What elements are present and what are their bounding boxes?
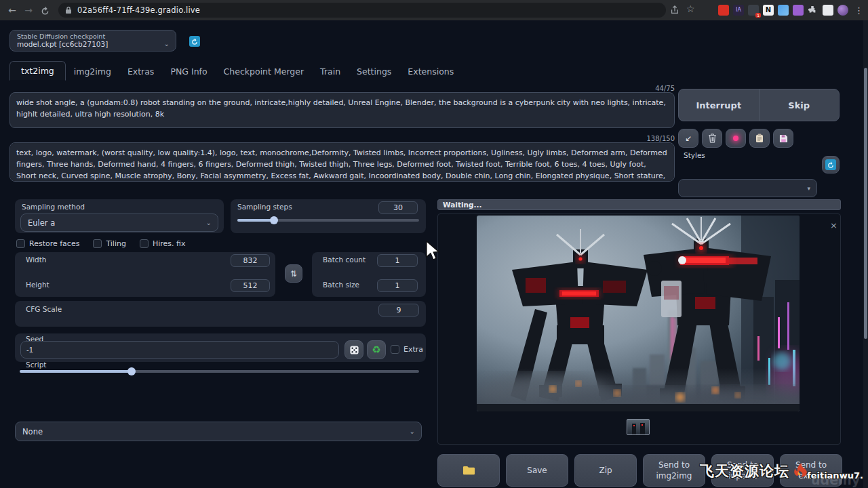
script-value: None	[22, 427, 43, 436]
save-style-button[interactable]	[773, 129, 793, 148]
sampling-steps-group: Sampling steps 30	[231, 199, 426, 233]
batch-size-label: Batch size	[323, 281, 359, 289]
refresh-styles-button[interactable]	[822, 156, 840, 174]
batch-count-input[interactable]: 1	[377, 254, 418, 267]
prompt-tools: ↙	[678, 129, 793, 148]
clipboard-icon	[755, 134, 764, 143]
cfg-scale-input[interactable]: 9	[378, 304, 419, 317]
sampling-method-group: Sampling method Euler a ⌄	[15, 199, 224, 233]
browser-toolbar: ← → 02a56ff4-71ff-439e.gradio.live ☆ IA …	[0, 0, 868, 20]
cfg-scale-slider[interactable]	[20, 370, 419, 373]
width-input[interactable]: 832	[231, 254, 270, 267]
tab-img2img[interactable]: img2img	[66, 62, 119, 81]
progress-text: Waiting...	[443, 201, 481, 209]
apply-styles-button[interactable]	[749, 129, 770, 148]
tab-settings[interactable]: Settings	[349, 62, 399, 81]
prompt-token-counter: 44/75	[9, 85, 675, 92]
ext-icon-blue[interactable]	[778, 5, 789, 16]
interrupt-button[interactable]: Interrupt	[679, 89, 760, 121]
ext-icon-white[interactable]	[823, 5, 833, 16]
option-checkboxes: Restore faces Tiling Hires. fix	[16, 239, 185, 248]
progress-bar: Waiting...	[437, 199, 841, 210]
stable-diffusion-webui: ← → 02a56ff4-71ff-439e.gradio.live ☆ IA …	[0, 0, 868, 488]
browser-menu-icon[interactable]: ⋮	[852, 5, 865, 16]
chevron-down-icon: ⌄	[164, 40, 170, 47]
ext-icon-red[interactable]	[718, 5, 729, 16]
ext-icon-purple[interactable]	[793, 5, 804, 16]
random-seed-button[interactable]	[344, 340, 363, 359]
checkpoint-value: model.ckpt [cc6cb27103]	[17, 40, 108, 48]
puzzle-icon[interactable]	[808, 5, 818, 16]
sampling-steps-slider[interactable]	[237, 219, 419, 222]
floppy-icon	[779, 134, 788, 143]
restore-faces-checkbox[interactable]: Restore faces	[16, 239, 79, 248]
swap-dimensions-button[interactable]: ⇅	[285, 264, 302, 283]
styles-label: Styles	[684, 151, 705, 159]
tab-extensions[interactable]: Extensions	[399, 62, 462, 81]
profile-avatar[interactable]	[837, 5, 848, 16]
tab-checkpoint-merger[interactable]: Checkpoint Merger	[216, 62, 312, 81]
extensions-strip: IA 1 N ⋮	[718, 2, 865, 18]
cfg-scale-label: CFG Scale	[26, 305, 62, 313]
tab-extras[interactable]: Extras	[119, 62, 163, 81]
watermark-site-name: 飞天资源论坛	[700, 462, 789, 481]
mouse-cursor	[425, 241, 440, 265]
sampling-method-label: Sampling method	[22, 203, 224, 211]
width-label: Width	[26, 256, 47, 264]
lock-icon	[65, 6, 72, 14]
open-folder-button[interactable]	[437, 454, 500, 487]
tab-bar: txt2img img2img Extras PNG Info Checkpoi…	[9, 61, 462, 81]
close-icon[interactable]: ×	[830, 220, 837, 230]
save-button[interactable]: Save	[506, 454, 568, 487]
seed-input[interactable]	[20, 341, 339, 359]
sampling-method-dropdown[interactable]: Euler a ⌄	[20, 214, 218, 232]
send-to-img2img-button[interactable]: Send to img2img	[643, 454, 705, 487]
generated-image-preview[interactable]	[477, 216, 800, 411]
tab-txt2img[interactable]: txt2img	[9, 61, 66, 81]
refresh-checkpoint-button[interactable]	[189, 36, 200, 47]
tiling-checkbox[interactable]: Tiling	[93, 239, 126, 248]
hires-fix-checkbox[interactable]: Hires. fix	[140, 239, 186, 248]
clear-prompt-button[interactable]	[702, 129, 722, 148]
seed-extra-checkbox[interactable]: Extra	[391, 345, 423, 354]
chevron-down-icon: ⌄	[410, 428, 415, 435]
reload-icon[interactable]	[37, 2, 53, 18]
palette-icon	[733, 136, 738, 141]
zip-button[interactable]: Zip	[574, 454, 637, 487]
reuse-seed-button[interactable]: ♻	[367, 340, 386, 359]
negative-prompt-input[interactable]: text, logo, watermark, (worst quality, l…	[9, 142, 675, 182]
extra-networks-button[interactable]	[726, 129, 746, 148]
scrollbar-track[interactable]	[863, 20, 868, 488]
tab-png-info[interactable]: PNG Info	[162, 62, 215, 81]
forward-icon[interactable]: →	[20, 2, 37, 18]
generate-controls: Interrupt Skip	[678, 89, 840, 121]
ext-icon-n[interactable]: N	[763, 5, 774, 16]
prompt-input[interactable]: wide shot angle, a (gundam:0.8) robot st…	[9, 92, 675, 128]
address-bar[interactable]: 02a56ff4-71ff-439e.gradio.live	[58, 3, 666, 18]
sampling-steps-input[interactable]: 30	[378, 201, 418, 214]
height-input[interactable]: 512	[231, 279, 270, 292]
share-icon[interactable]	[670, 5, 679, 18]
styles-dropdown[interactable]: ▾	[678, 179, 817, 197]
height-label: Height	[26, 281, 50, 289]
batch-size-input[interactable]: 1	[377, 279, 418, 292]
tab-train[interactable]: Train	[312, 62, 349, 81]
gallery-thumbnail[interactable]	[627, 419, 650, 435]
dice-icon	[349, 345, 359, 355]
ext-icon-avatar[interactable]: 1	[748, 5, 759, 16]
script-label: Script	[26, 361, 46, 369]
negative-token-counter: 138/150	[9, 135, 675, 142]
cfg-group	[15, 301, 426, 327]
back-icon[interactable]: ←	[4, 2, 20, 18]
skip-button[interactable]: Skip	[760, 89, 840, 121]
sampling-steps-label: Sampling steps	[237, 203, 292, 211]
scrollbar-thumb[interactable]	[864, 68, 867, 339]
checkpoint-dropdown[interactable]: Stable Diffusion checkpoint model.ckpt […	[9, 30, 176, 52]
script-dropdown[interactable]: None ⌄	[15, 422, 422, 441]
folder-icon	[462, 466, 475, 476]
paste-params-button[interactable]: ↙	[678, 129, 698, 148]
ext-icon-ia[interactable]: IA	[733, 5, 744, 16]
url-text: 02a56ff4-71ff-439e.gradio.live	[77, 5, 200, 15]
batch-count-label: Batch count	[323, 256, 366, 264]
bookmark-star-icon[interactable]: ☆	[686, 3, 695, 14]
